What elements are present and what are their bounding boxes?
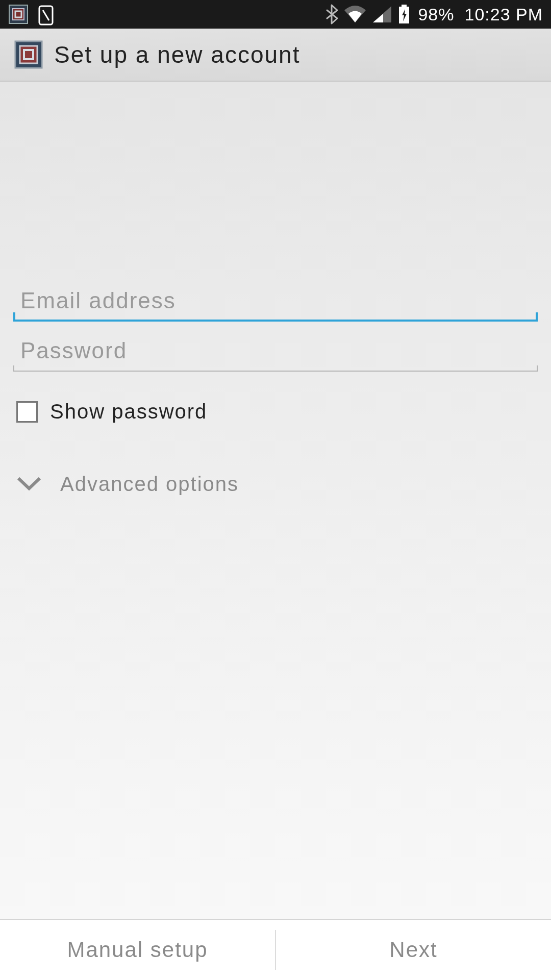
password-input[interactable] bbox=[13, 331, 538, 369]
next-button[interactable]: Next bbox=[276, 920, 551, 980]
footer-bar: Manual setup Next bbox=[0, 919, 551, 980]
password-field-wrapper bbox=[13, 331, 538, 372]
manual-setup-button[interactable]: Manual setup bbox=[0, 920, 275, 980]
wifi-icon bbox=[343, 5, 367, 23]
show-password-label: Show password bbox=[50, 400, 207, 423]
show-password-row[interactable]: Show password bbox=[13, 400, 538, 423]
svg-rect-5 bbox=[402, 5, 407, 7]
advanced-options-row[interactable]: Advanced options bbox=[13, 469, 538, 499]
email-input[interactable] bbox=[13, 281, 538, 318]
cell-signal-icon bbox=[372, 5, 392, 23]
show-password-checkbox[interactable] bbox=[16, 401, 38, 423]
battery-percent: 98% bbox=[418, 5, 454, 24]
email-field-wrapper bbox=[13, 281, 538, 322]
bluetooth-icon bbox=[325, 4, 338, 24]
chevron-down-icon bbox=[14, 469, 44, 499]
app-header: Set up a new account bbox=[0, 29, 551, 82]
svg-rect-1 bbox=[13, 9, 24, 20]
svg-rect-7 bbox=[20, 46, 37, 63]
app-icon bbox=[14, 40, 43, 69]
app-notification-icon bbox=[8, 4, 29, 24]
advanced-options-label: Advanced options bbox=[60, 473, 239, 496]
status-bar: 98% 10:23 PM bbox=[0, 0, 551, 29]
content-area: Show password Advanced options bbox=[0, 82, 551, 919]
page-title: Set up a new account bbox=[54, 41, 300, 68]
clock: 10:23 PM bbox=[464, 5, 543, 24]
battery-charging-icon bbox=[397, 4, 411, 24]
nfc-icon bbox=[38, 5, 56, 23]
